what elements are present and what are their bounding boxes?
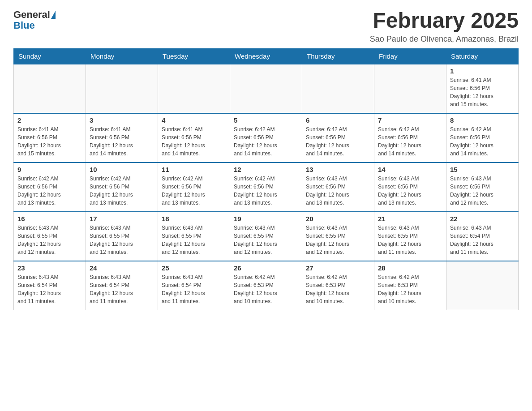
title-block: February 2025 Sao Paulo de Olivenca, Ama…	[370, 9, 519, 44]
calendar-day-cell	[86, 64, 158, 113]
calendar-day-cell: 5Sunrise: 6:42 AM Sunset: 6:56 PM Daylig…	[230, 113, 302, 163]
day-number: 7	[378, 116, 442, 124]
calendar-day-cell	[446, 261, 519, 310]
day-number: 24	[90, 264, 154, 272]
day-number: 10	[90, 166, 154, 173]
day-info: Sunrise: 6:41 AM Sunset: 6:56 PM Dayligh…	[90, 125, 154, 158]
col-friday: Friday	[374, 48, 446, 64]
day-number: 3	[90, 116, 154, 124]
day-info: Sunrise: 6:42 AM Sunset: 6:56 PM Dayligh…	[450, 125, 515, 158]
day-number: 22	[450, 215, 515, 223]
day-number: 6	[306, 116, 370, 124]
page-header: General Blue February 2025 Sao Paulo de …	[13, 9, 519, 44]
calendar-day-cell: 24Sunrise: 6:43 AM Sunset: 6:54 PM Dayli…	[86, 261, 158, 310]
calendar-day-cell: 9Sunrise: 6:42 AM Sunset: 6:56 PM Daylig…	[14, 163, 86, 212]
calendar-week-row: 16Sunrise: 6:43 AM Sunset: 6:55 PM Dayli…	[14, 212, 519, 261]
calendar-day-cell	[302, 64, 374, 113]
day-info: Sunrise: 6:43 AM Sunset: 6:55 PM Dayligh…	[162, 224, 226, 256]
calendar-day-cell: 12Sunrise: 6:42 AM Sunset: 6:56 PM Dayli…	[230, 163, 302, 212]
day-info: Sunrise: 6:43 AM Sunset: 6:56 PM Dayligh…	[378, 175, 442, 207]
day-info: Sunrise: 6:42 AM Sunset: 6:56 PM Dayligh…	[162, 175, 226, 207]
calendar-day-cell: 20Sunrise: 6:43 AM Sunset: 6:55 PM Dayli…	[302, 212, 374, 261]
calendar-day-cell: 27Sunrise: 6:42 AM Sunset: 6:53 PM Dayli…	[302, 261, 374, 310]
calendar-day-cell	[158, 64, 230, 113]
day-info: Sunrise: 6:42 AM Sunset: 6:56 PM Dayligh…	[378, 125, 442, 158]
day-number: 9	[17, 166, 82, 173]
day-number: 1	[450, 67, 515, 75]
day-number: 27	[306, 264, 370, 272]
col-saturday: Saturday	[446, 48, 519, 64]
calendar-day-cell: 26Sunrise: 6:42 AM Sunset: 6:53 PM Dayli…	[230, 261, 302, 310]
day-info: Sunrise: 6:43 AM Sunset: 6:55 PM Dayligh…	[306, 224, 370, 256]
calendar-week-row: 23Sunrise: 6:43 AM Sunset: 6:54 PM Dayli…	[14, 261, 519, 310]
day-number: 18	[162, 215, 226, 223]
calendar-day-cell: 14Sunrise: 6:43 AM Sunset: 6:56 PM Dayli…	[374, 163, 446, 212]
col-monday: Monday	[86, 48, 158, 64]
day-number: 25	[162, 264, 226, 272]
calendar-day-cell: 25Sunrise: 6:43 AM Sunset: 6:54 PM Dayli…	[158, 261, 230, 310]
calendar-day-cell: 10Sunrise: 6:42 AM Sunset: 6:56 PM Dayli…	[86, 163, 158, 212]
day-info: Sunrise: 6:43 AM Sunset: 6:55 PM Dayligh…	[90, 224, 154, 256]
day-number: 12	[234, 166, 298, 173]
calendar-body: 1Sunrise: 6:41 AM Sunset: 6:56 PM Daylig…	[14, 64, 519, 310]
day-info: Sunrise: 6:42 AM Sunset: 6:56 PM Dayligh…	[17, 175, 82, 207]
calendar-day-cell: 28Sunrise: 6:42 AM Sunset: 6:53 PM Dayli…	[374, 261, 446, 310]
calendar-header: Sunday Monday Tuesday Wednesday Thursday…	[14, 48, 519, 64]
calendar-day-cell: 17Sunrise: 6:43 AM Sunset: 6:55 PM Dayli…	[86, 212, 158, 261]
day-number: 21	[378, 215, 442, 223]
col-wednesday: Wednesday	[230, 48, 302, 64]
calendar-day-cell: 19Sunrise: 6:43 AM Sunset: 6:55 PM Dayli…	[230, 212, 302, 261]
col-tuesday: Tuesday	[158, 48, 230, 64]
day-number: 5	[234, 116, 298, 124]
calendar-day-cell: 18Sunrise: 6:43 AM Sunset: 6:55 PM Dayli…	[158, 212, 230, 261]
month-title: February 2025	[370, 9, 519, 33]
day-info: Sunrise: 6:43 AM Sunset: 6:54 PM Dayligh…	[450, 224, 515, 256]
calendar-day-cell: 22Sunrise: 6:43 AM Sunset: 6:54 PM Dayli…	[446, 212, 519, 261]
calendar-day-cell: 21Sunrise: 6:43 AM Sunset: 6:55 PM Dayli…	[374, 212, 446, 261]
calendar-week-row: 1Sunrise: 6:41 AM Sunset: 6:56 PM Daylig…	[14, 64, 519, 113]
col-thursday: Thursday	[302, 48, 374, 64]
day-number: 17	[90, 215, 154, 223]
calendar-day-cell: 13Sunrise: 6:43 AM Sunset: 6:56 PM Dayli…	[302, 163, 374, 212]
location-title: Sao Paulo de Olivenca, Amazonas, Brazil	[370, 34, 519, 44]
day-info: Sunrise: 6:43 AM Sunset: 6:54 PM Dayligh…	[90, 273, 154, 305]
calendar-day-cell: 4Sunrise: 6:41 AM Sunset: 6:56 PM Daylig…	[158, 113, 230, 163]
calendar-day-cell	[14, 64, 86, 113]
calendar-day-cell: 11Sunrise: 6:42 AM Sunset: 6:56 PM Dayli…	[158, 163, 230, 212]
calendar-day-cell: 2Sunrise: 6:41 AM Sunset: 6:56 PM Daylig…	[14, 113, 86, 163]
calendar-day-cell: 8Sunrise: 6:42 AM Sunset: 6:56 PM Daylig…	[446, 113, 519, 163]
day-info: Sunrise: 6:43 AM Sunset: 6:54 PM Dayligh…	[162, 273, 226, 305]
logo-blue-text: Blue	[13, 20, 35, 31]
calendar-day-cell: 15Sunrise: 6:43 AM Sunset: 6:56 PM Dayli…	[446, 163, 519, 212]
calendar-table: Sunday Monday Tuesday Wednesday Thursday…	[13, 48, 519, 311]
calendar-day-cell: 16Sunrise: 6:43 AM Sunset: 6:55 PM Dayli…	[14, 212, 86, 261]
day-number: 26	[234, 264, 298, 272]
day-info: Sunrise: 6:41 AM Sunset: 6:56 PM Dayligh…	[17, 125, 82, 158]
day-number: 2	[17, 116, 82, 124]
day-number: 20	[306, 215, 370, 223]
day-info: Sunrise: 6:43 AM Sunset: 6:55 PM Dayligh…	[17, 224, 82, 256]
calendar-week-row: 2Sunrise: 6:41 AM Sunset: 6:56 PM Daylig…	[14, 113, 519, 163]
day-number: 16	[17, 215, 82, 223]
logo-triangle-icon	[51, 11, 56, 19]
calendar-day-cell	[230, 64, 302, 113]
logo-general-text: General	[13, 9, 50, 21]
calendar-day-cell: 1Sunrise: 6:41 AM Sunset: 6:56 PM Daylig…	[446, 64, 519, 113]
day-number: 19	[234, 215, 298, 223]
calendar-week-row: 9Sunrise: 6:42 AM Sunset: 6:56 PM Daylig…	[14, 163, 519, 212]
day-info: Sunrise: 6:43 AM Sunset: 6:56 PM Dayligh…	[450, 175, 515, 207]
day-number: 13	[306, 166, 370, 173]
day-info: Sunrise: 6:43 AM Sunset: 6:54 PM Dayligh…	[17, 273, 82, 305]
day-number: 15	[450, 166, 515, 173]
calendar-day-cell: 23Sunrise: 6:43 AM Sunset: 6:54 PM Dayli…	[14, 261, 86, 310]
logo: General Blue	[13, 9, 56, 31]
calendar-day-cell: 6Sunrise: 6:42 AM Sunset: 6:56 PM Daylig…	[302, 113, 374, 163]
day-info: Sunrise: 6:41 AM Sunset: 6:56 PM Dayligh…	[162, 125, 226, 158]
days-of-week-row: Sunday Monday Tuesday Wednesday Thursday…	[14, 48, 519, 64]
day-info: Sunrise: 6:43 AM Sunset: 6:55 PM Dayligh…	[378, 224, 442, 256]
day-number: 23	[17, 264, 82, 272]
day-info: Sunrise: 6:43 AM Sunset: 6:55 PM Dayligh…	[234, 224, 298, 256]
calendar-day-cell: 7Sunrise: 6:42 AM Sunset: 6:56 PM Daylig…	[374, 113, 446, 163]
day-info: Sunrise: 6:42 AM Sunset: 6:56 PM Dayligh…	[234, 125, 298, 158]
day-info: Sunrise: 6:42 AM Sunset: 6:56 PM Dayligh…	[90, 175, 154, 207]
